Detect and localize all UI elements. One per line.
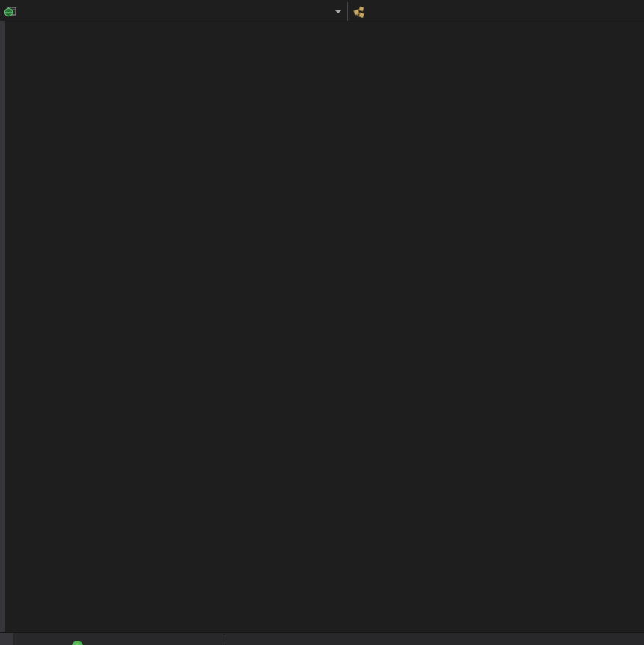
statusbar-separator <box>224 635 224 644</box>
chevron-down-icon[interactable] <box>335 10 341 13</box>
run-status-icon[interactable] <box>72 641 83 645</box>
web-project-icon <box>4 5 16 18</box>
bottom-status-bar <box>0 632 644 645</box>
breakpoint-margin[interactable] <box>0 21 5 633</box>
code-editor[interactable] <box>0 21 644 633</box>
navigation-bar <box>0 2 644 22</box>
class-icon <box>353 6 366 18</box>
statusbar-left-block <box>0 633 13 645</box>
type-dropdown[interactable] <box>348 2 644 21</box>
project-dropdown[interactable] <box>0 2 347 21</box>
visual-studio-editor-window <box>0 0 644 645</box>
